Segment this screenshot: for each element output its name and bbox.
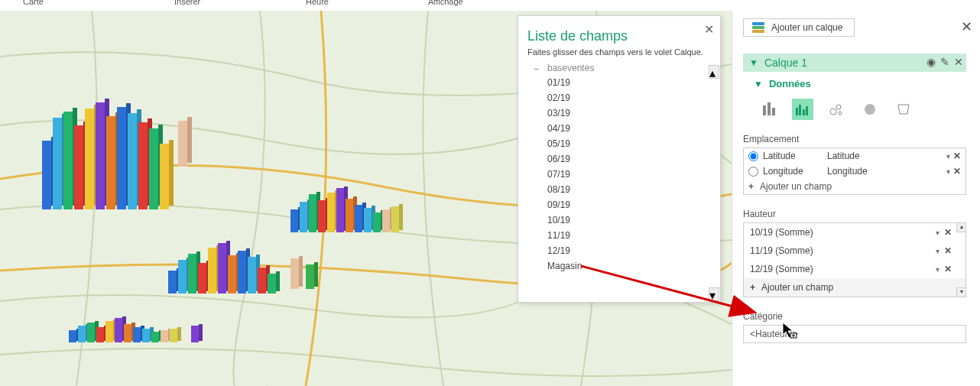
height-item[interactable]: 12/19 (Somme) ▾ ✕ (744, 260, 965, 278)
svg-rect-74 (306, 264, 314, 289)
svg-point-110 (830, 109, 836, 115)
svg-rect-96 (161, 330, 168, 342)
svg-rect-30 (309, 194, 316, 232)
menu-affichage[interactable]: Affichage (428, 0, 463, 6)
collapse-icon[interactable]: − (534, 63, 540, 75)
svg-rect-66 (248, 257, 256, 294)
remove-icon[interactable]: ✕ (944, 245, 952, 256)
dropdown-icon[interactable]: ▾ (936, 229, 939, 237)
scroll-up-button[interactable]: ▴ (709, 65, 719, 79)
bar-cluster-1 (42, 95, 203, 217)
remove-icon[interactable]: ✕ (953, 151, 961, 161)
location-radio[interactable] (748, 167, 758, 177)
svg-rect-101 (199, 324, 203, 341)
remove-icon[interactable]: ✕ (944, 227, 952, 238)
svg-rect-6 (74, 125, 83, 209)
location-mapas[interactable]: Longitude (827, 166, 943, 177)
scroll-down-icon[interactable]: ▾ (956, 287, 965, 297)
svg-rect-18 (138, 122, 148, 209)
svg-rect-34 (327, 193, 335, 232)
dropdown-icon[interactable]: ▾ (936, 247, 939, 255)
svg-rect-75 (314, 262, 318, 287)
remove-icon[interactable]: ✕ (953, 166, 961, 177)
height-item[interactable]: 11/19 (Somme) ▾ ✕ (744, 242, 965, 260)
svg-rect-92 (142, 329, 150, 342)
field-item[interactable]: 08/19 (518, 182, 720, 197)
location-radio[interactable] (748, 151, 758, 161)
svg-rect-48 (391, 206, 399, 232)
plus-icon: + (748, 181, 754, 192)
add-height-field[interactable]: + Ajouter un champ (744, 278, 965, 297)
viz-heat-icon[interactable] (859, 99, 881, 120)
bar-cluster-2 (290, 187, 420, 240)
delete-icon[interactable]: ✕ (954, 56, 963, 68)
location-mapas[interactable]: Latitude (827, 151, 943, 161)
layer-panel: ✕ Ajouter un calque ▼ Calque 1 ◉ ✎ ✕ ▼ D… (732, 11, 980, 386)
field-item[interactable]: 10/19 (518, 212, 720, 228)
viz-stacked-icon[interactable] (758, 99, 780, 120)
add-location-field[interactable]: + Ajouter un champ (744, 179, 965, 194)
viz-bubble-icon[interactable] (826, 99, 847, 120)
location-field: Latitude (763, 151, 827, 161)
svg-rect-99 (177, 327, 181, 341)
svg-rect-103 (763, 105, 766, 115)
table-node[interactable]: −baseventes (518, 63, 720, 75)
menubar: Carte Insérer Heure Affichage (0, 0, 980, 11)
field-item[interactable]: 05/19 (518, 136, 720, 151)
svg-rect-49 (399, 204, 403, 230)
dropdown-icon[interactable]: ▾ (936, 265, 939, 274)
field-item[interactable]: 11/19 (518, 228, 720, 243)
close-icon[interactable]: ✕ (704, 22, 714, 37)
field-item[interactable]: 01/19 (518, 75, 720, 90)
svg-rect-72 (290, 258, 299, 289)
location-label: Emplacement (743, 134, 966, 144)
field-item[interactable]: 09/19 (518, 197, 720, 212)
svg-rect-78 (78, 326, 86, 342)
svg-point-112 (839, 112, 842, 115)
svg-rect-104 (767, 102, 771, 115)
svg-rect-46 (382, 209, 390, 232)
category-box[interactable]: <Hauteurs> (743, 325, 966, 343)
svg-rect-50 (168, 271, 177, 294)
data-section-header[interactable]: ▼ Données (743, 78, 966, 89)
location-field: Longitude (763, 166, 827, 177)
svg-rect-90 (133, 327, 141, 342)
eye-icon[interactable]: ◉ (926, 56, 936, 68)
layer-header[interactable]: ▼ Calque 1 ◉ ✎ ✕ (743, 54, 966, 72)
svg-rect-10 (96, 102, 105, 209)
dropdown-icon[interactable]: ▾ (946, 152, 950, 161)
scroll-down-button[interactable]: ▾ (709, 287, 719, 301)
svg-rect-36 (336, 188, 344, 232)
menu-carte[interactable]: Carte (23, 0, 44, 6)
field-item[interactable]: 12/19 (518, 243, 720, 258)
panel-close-icon[interactable]: ✕ (961, 18, 972, 35)
remove-icon[interactable]: ✕ (944, 264, 952, 274)
field-item[interactable]: 07/19 (518, 167, 720, 182)
add-layer-button[interactable]: Ajouter un calque (743, 18, 855, 37)
svg-rect-60 (218, 243, 226, 294)
height-item[interactable]: 10/19 (Somme) ▾ ✕ (744, 223, 965, 242)
field-item[interactable]: 04/19 (518, 121, 720, 136)
viz-type-selector (758, 99, 966, 120)
viz-region-icon[interactable] (893, 99, 914, 120)
svg-point-113 (865, 104, 875, 115)
viz-clustered-icon[interactable] (792, 99, 813, 120)
plus-icon: + (750, 282, 755, 293)
svg-rect-107 (799, 105, 801, 115)
pencil-icon[interactable]: ✎ (940, 56, 949, 68)
svg-rect-8 (85, 109, 94, 209)
field-item[interactable]: Magasin (518, 258, 720, 274)
data-label: Données (769, 78, 811, 89)
field-item[interactable]: 02/19 (518, 90, 720, 105)
menu-inserer[interactable]: Insérer (174, 0, 200, 6)
svg-rect-23 (169, 140, 174, 206)
svg-rect-14 (117, 107, 126, 209)
dropdown-icon[interactable]: ▾ (946, 167, 950, 176)
svg-rect-68 (258, 268, 266, 294)
svg-rect-94 (151, 332, 159, 342)
menu-heure[interactable]: Heure (306, 0, 329, 6)
svg-rect-20 (149, 128, 158, 209)
chevron-down-icon: ▼ (749, 57, 758, 68)
field-item[interactable]: 03/19 (518, 105, 720, 121)
field-item[interactable]: 06/19 (518, 151, 720, 167)
